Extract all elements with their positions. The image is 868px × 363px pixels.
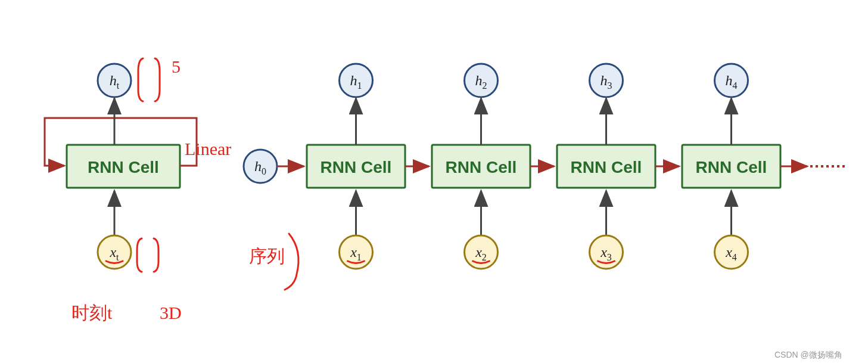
anno-five: 5 <box>172 57 181 76</box>
anno-linear: Linear <box>185 139 231 159</box>
rnn-cell-1-label: RNN Cell <box>321 158 392 176</box>
bracket-left-top <box>138 58 143 101</box>
bracket-left-x <box>137 238 142 272</box>
rnn-cell-2-label: RNN Cell <box>446 158 517 176</box>
bracket-right-top <box>155 58 160 101</box>
annotations-compact: 5 Linear 时刻t 3D 序列 <box>71 57 298 322</box>
rnn-cell-compact-label: RNN Cell <box>88 158 159 176</box>
watermark: CSDN @微扬嘴角 <box>774 350 842 359</box>
anno-seq: 序列 <box>249 246 285 266</box>
anno-seq-paren <box>285 234 298 290</box>
compact-cell-group: RNN Cell ht xt <box>45 64 197 269</box>
rnn-diagram: RNN Cell ht xt 5 Linear 时刻t 3D 序列 h0 RNN… <box>0 0 868 363</box>
rnn-cell-4-label: RNN Cell <box>696 158 767 176</box>
rnn-cell-3-label: RNN Cell <box>571 158 642 176</box>
bracket-right-x <box>154 238 158 272</box>
unrolled-group: RNN Cellh1x1RNN Cellh2x2RNN Cellh3x3RNN … <box>307 64 807 269</box>
h0-group: h0 <box>244 150 304 183</box>
anno-3d: 3D <box>160 303 182 322</box>
anno-time: 时刻t <box>71 303 113 322</box>
